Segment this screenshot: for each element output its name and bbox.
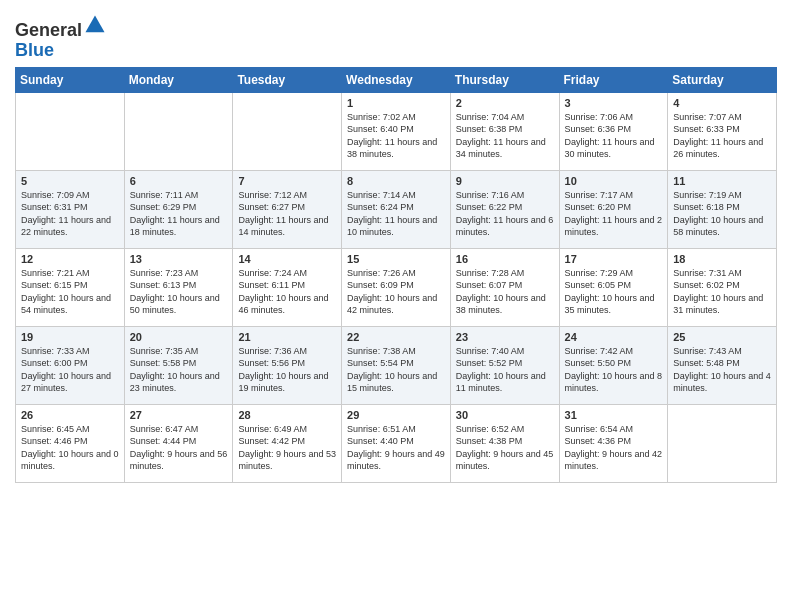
calendar-cell: 19Sunrise: 7:33 AM Sunset: 6:00 PM Dayli… <box>16 326 125 404</box>
day-info: Sunrise: 7:29 AM Sunset: 6:05 PM Dayligh… <box>565 267 663 317</box>
calendar-cell: 24Sunrise: 7:42 AM Sunset: 5:50 PM Dayli… <box>559 326 668 404</box>
header-row: SundayMondayTuesdayWednesdayThursdayFrid… <box>16 67 777 92</box>
week-row-1: 5Sunrise: 7:09 AM Sunset: 6:31 PM Daylig… <box>16 170 777 248</box>
day-number: 14 <box>238 253 336 265</box>
day-number: 6 <box>130 175 228 187</box>
week-row-4: 26Sunrise: 6:45 AM Sunset: 4:46 PM Dayli… <box>16 404 777 482</box>
calendar-cell: 14Sunrise: 7:24 AM Sunset: 6:11 PM Dayli… <box>233 248 342 326</box>
calendar-cell <box>233 92 342 170</box>
calendar-cell: 3Sunrise: 7:06 AM Sunset: 6:36 PM Daylig… <box>559 92 668 170</box>
day-number: 10 <box>565 175 663 187</box>
calendar-cell: 9Sunrise: 7:16 AM Sunset: 6:22 PM Daylig… <box>450 170 559 248</box>
day-number: 16 <box>456 253 554 265</box>
day-info: Sunrise: 6:47 AM Sunset: 4:44 PM Dayligh… <box>130 423 228 473</box>
day-number: 7 <box>238 175 336 187</box>
day-number: 25 <box>673 331 771 343</box>
calendar-cell: 10Sunrise: 7:17 AM Sunset: 6:20 PM Dayli… <box>559 170 668 248</box>
calendar-cell: 22Sunrise: 7:38 AM Sunset: 5:54 PM Dayli… <box>342 326 451 404</box>
logo-text: General <box>15 14 106 41</box>
calendar-cell: 27Sunrise: 6:47 AM Sunset: 4:44 PM Dayli… <box>124 404 233 482</box>
logo: General Blue <box>15 14 106 61</box>
day-number: 31 <box>565 409 663 421</box>
calendar-cell <box>668 404 777 482</box>
day-info: Sunrise: 7:02 AM Sunset: 6:40 PM Dayligh… <box>347 111 445 161</box>
day-number: 19 <box>21 331 119 343</box>
week-row-0: 1Sunrise: 7:02 AM Sunset: 6:40 PM Daylig… <box>16 92 777 170</box>
day-info: Sunrise: 6:49 AM Sunset: 4:42 PM Dayligh… <box>238 423 336 473</box>
calendar-cell: 23Sunrise: 7:40 AM Sunset: 5:52 PM Dayli… <box>450 326 559 404</box>
calendar-cell: 12Sunrise: 7:21 AM Sunset: 6:15 PM Dayli… <box>16 248 125 326</box>
day-number: 29 <box>347 409 445 421</box>
day-info: Sunrise: 7:35 AM Sunset: 5:58 PM Dayligh… <box>130 345 228 395</box>
calendar-cell: 31Sunrise: 6:54 AM Sunset: 4:36 PM Dayli… <box>559 404 668 482</box>
col-header-tuesday: Tuesday <box>233 67 342 92</box>
col-header-sunday: Sunday <box>16 67 125 92</box>
day-info: Sunrise: 7:16 AM Sunset: 6:22 PM Dayligh… <box>456 189 554 239</box>
calendar-cell: 11Sunrise: 7:19 AM Sunset: 6:18 PM Dayli… <box>668 170 777 248</box>
day-info: Sunrise: 7:31 AM Sunset: 6:02 PM Dayligh… <box>673 267 771 317</box>
calendar-cell: 16Sunrise: 7:28 AM Sunset: 6:07 PM Dayli… <box>450 248 559 326</box>
day-number: 11 <box>673 175 771 187</box>
day-number: 12 <box>21 253 119 265</box>
logo-blue: Blue <box>15 40 54 60</box>
day-info: Sunrise: 7:21 AM Sunset: 6:15 PM Dayligh… <box>21 267 119 317</box>
day-info: Sunrise: 7:28 AM Sunset: 6:07 PM Dayligh… <box>456 267 554 317</box>
day-info: Sunrise: 7:04 AM Sunset: 6:38 PM Dayligh… <box>456 111 554 161</box>
calendar-cell: 13Sunrise: 7:23 AM Sunset: 6:13 PM Dayli… <box>124 248 233 326</box>
day-info: Sunrise: 7:36 AM Sunset: 5:56 PM Dayligh… <box>238 345 336 395</box>
calendar-cell: 2Sunrise: 7:04 AM Sunset: 6:38 PM Daylig… <box>450 92 559 170</box>
calendar-cell: 15Sunrise: 7:26 AM Sunset: 6:09 PM Dayli… <box>342 248 451 326</box>
col-header-thursday: Thursday <box>450 67 559 92</box>
page-container: General Blue SundayMondayTuesdayWednesda… <box>0 0 792 493</box>
calendar-cell: 5Sunrise: 7:09 AM Sunset: 6:31 PM Daylig… <box>16 170 125 248</box>
calendar-cell: 30Sunrise: 6:52 AM Sunset: 4:38 PM Dayli… <box>450 404 559 482</box>
day-number: 5 <box>21 175 119 187</box>
day-info: Sunrise: 7:07 AM Sunset: 6:33 PM Dayligh… <box>673 111 771 161</box>
day-info: Sunrise: 7:14 AM Sunset: 6:24 PM Dayligh… <box>347 189 445 239</box>
col-header-saturday: Saturday <box>668 67 777 92</box>
calendar-cell <box>16 92 125 170</box>
day-info: Sunrise: 7:42 AM Sunset: 5:50 PM Dayligh… <box>565 345 663 395</box>
calendar-cell: 17Sunrise: 7:29 AM Sunset: 6:05 PM Dayli… <box>559 248 668 326</box>
day-info: Sunrise: 7:33 AM Sunset: 6:00 PM Dayligh… <box>21 345 119 395</box>
calendar-cell: 26Sunrise: 6:45 AM Sunset: 4:46 PM Dayli… <box>16 404 125 482</box>
day-info: Sunrise: 7:43 AM Sunset: 5:48 PM Dayligh… <box>673 345 771 395</box>
day-number: 13 <box>130 253 228 265</box>
calendar-cell: 1Sunrise: 7:02 AM Sunset: 6:40 PM Daylig… <box>342 92 451 170</box>
day-number: 21 <box>238 331 336 343</box>
day-number: 30 <box>456 409 554 421</box>
page-header: General Blue <box>15 10 777 61</box>
day-number: 2 <box>456 97 554 109</box>
day-number: 23 <box>456 331 554 343</box>
day-info: Sunrise: 7:17 AM Sunset: 6:20 PM Dayligh… <box>565 189 663 239</box>
day-number: 8 <box>347 175 445 187</box>
calendar-cell: 21Sunrise: 7:36 AM Sunset: 5:56 PM Dayli… <box>233 326 342 404</box>
logo-general: General <box>15 20 82 40</box>
day-info: Sunrise: 7:26 AM Sunset: 6:09 PM Dayligh… <box>347 267 445 317</box>
day-info: Sunrise: 7:38 AM Sunset: 5:54 PM Dayligh… <box>347 345 445 395</box>
day-number: 22 <box>347 331 445 343</box>
day-info: Sunrise: 7:12 AM Sunset: 6:27 PM Dayligh… <box>238 189 336 239</box>
day-number: 9 <box>456 175 554 187</box>
day-number: 3 <box>565 97 663 109</box>
day-number: 1 <box>347 97 445 109</box>
calendar-cell: 20Sunrise: 7:35 AM Sunset: 5:58 PM Dayli… <box>124 326 233 404</box>
calendar-cell: 29Sunrise: 6:51 AM Sunset: 4:40 PM Dayli… <box>342 404 451 482</box>
calendar-cell: 6Sunrise: 7:11 AM Sunset: 6:29 PM Daylig… <box>124 170 233 248</box>
calendar-cell: 4Sunrise: 7:07 AM Sunset: 6:33 PM Daylig… <box>668 92 777 170</box>
calendar-cell: 25Sunrise: 7:43 AM Sunset: 5:48 PM Dayli… <box>668 326 777 404</box>
week-row-2: 12Sunrise: 7:21 AM Sunset: 6:15 PM Dayli… <box>16 248 777 326</box>
svg-marker-0 <box>86 15 105 32</box>
day-number: 18 <box>673 253 771 265</box>
day-info: Sunrise: 6:54 AM Sunset: 4:36 PM Dayligh… <box>565 423 663 473</box>
day-number: 26 <box>21 409 119 421</box>
day-info: Sunrise: 7:09 AM Sunset: 6:31 PM Dayligh… <box>21 189 119 239</box>
logo-blue-text: Blue <box>15 41 106 61</box>
calendar-table: SundayMondayTuesdayWednesdayThursdayFrid… <box>15 67 777 483</box>
calendar-cell: 8Sunrise: 7:14 AM Sunset: 6:24 PM Daylig… <box>342 170 451 248</box>
day-info: Sunrise: 7:23 AM Sunset: 6:13 PM Dayligh… <box>130 267 228 317</box>
col-header-friday: Friday <box>559 67 668 92</box>
calendar-cell: 28Sunrise: 6:49 AM Sunset: 4:42 PM Dayli… <box>233 404 342 482</box>
day-info: Sunrise: 6:52 AM Sunset: 4:38 PM Dayligh… <box>456 423 554 473</box>
calendar-cell <box>124 92 233 170</box>
